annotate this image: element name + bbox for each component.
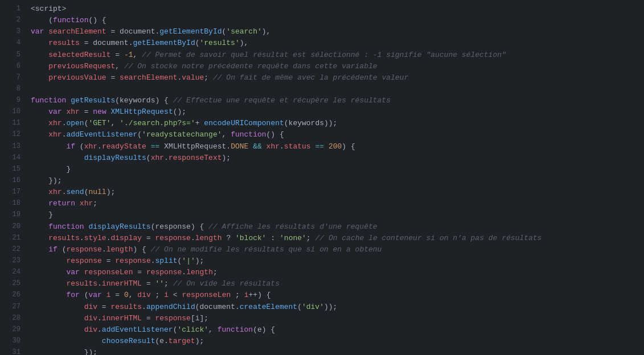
line-content: return xhr; <box>31 198 635 209</box>
line-content: } <box>31 164 635 175</box>
line-number: 23 <box>5 255 20 267</box>
line-content: results = document.getElementById('resul… <box>31 38 635 49</box>
code-line: 29 div.addEventListener('click', functio… <box>0 324 644 336</box>
line-number: 10 <box>5 106 20 118</box>
line-content: }); <box>31 347 635 355</box>
code-line: 10 var xhr = new XMLHttpRequest(); <box>0 106 644 118</box>
code-line: 18 return xhr; <box>0 198 644 209</box>
line-number: 11 <box>5 118 20 129</box>
code-line: 13 if (xhr.readyState == XMLHttpRequest.… <box>0 141 644 152</box>
line-content: (function() { <box>31 15 635 26</box>
line-content: results.style.display = response.length … <box>31 233 635 244</box>
line-content: var xhr = new XMLHttpRequest(); <box>31 106 635 118</box>
line-number: 16 <box>5 175 20 187</box>
line-content: results.innerHTML = ''; // On vide les r… <box>31 278 635 290</box>
line-number: 17 <box>5 187 20 198</box>
line-number: 31 <box>5 347 20 355</box>
line-number: 1 <box>5 3 20 15</box>
code-line: 17 xhr.send(null); <box>0 187 644 198</box>
line-content: selectedResult = -1, // Permet de savoir… <box>31 49 635 61</box>
line-number: 29 <box>5 324 20 336</box>
line-content: var responseLen = response.length; <box>31 267 635 278</box>
line-number: 21 <box>5 233 20 244</box>
line-number: 6 <box>5 61 20 72</box>
code-line: 7 previousValue = searchElement.value; /… <box>0 72 644 84</box>
line-content: function getResults(keywords) { // Effec… <box>31 95 635 106</box>
line-content: } <box>31 209 635 221</box>
line-content: div.addEventListener('click', function(e… <box>31 324 635 336</box>
line-content: if (xhr.readyState == XMLHttpRequest.DON… <box>31 141 635 152</box>
code-line: 22 if (response.length) { // On ne modif… <box>0 244 644 255</box>
code-line: 21 results.style.display = response.leng… <box>0 233 644 244</box>
code-line: 31 }); <box>0 347 644 355</box>
line-number: 15 <box>5 164 20 175</box>
code-line: 26 for (var i = 0, div ; i < responseLen… <box>0 290 644 301</box>
code-line: 28 div.innerHTML = response[i]; <box>0 313 644 324</box>
code-line: 2 (function() { <box>0 15 644 26</box>
line-number: 3 <box>5 26 20 38</box>
line-content: previousValue = searchElement.value; // … <box>31 72 635 84</box>
line-content: var searchElement = document.getElementB… <box>31 26 635 38</box>
code-line: 9function getResults(keywords) { // Effe… <box>0 95 644 106</box>
line-number: 13 <box>5 141 20 152</box>
code-line: 11 xhr.open('GET', './search.php?s='+ en… <box>0 118 644 129</box>
line-content: if (response.length) { // On ne modifie … <box>31 244 635 255</box>
code-line: 5 selectedResult = -1, // Permet de savo… <box>0 49 644 61</box>
line-number: 28 <box>5 313 20 324</box>
code-line: 27 div = results.appendChild(document.cr… <box>0 302 644 313</box>
line-number: 24 <box>5 267 20 278</box>
line-number: 22 <box>5 244 20 255</box>
line-content <box>31 84 635 95</box>
code-line: 20 function displayResults(response) { /… <box>0 221 644 233</box>
line-content: xhr.addEventListener('readystatechange',… <box>31 129 635 141</box>
line-number: 20 <box>5 221 20 233</box>
line-number: 19 <box>5 209 20 221</box>
line-content: response = response.split('|'); <box>31 255 635 267</box>
line-content: <script> <box>31 3 635 15</box>
code-line: 19 } <box>0 209 644 221</box>
line-number: 27 <box>5 302 20 313</box>
code-line: 15 } <box>0 164 644 175</box>
line-number: 7 <box>5 72 20 84</box>
code-line: 25 results.innerHTML = ''; // On vide le… <box>0 278 644 290</box>
code-line: 23 response = response.split('|'); <box>0 255 644 267</box>
line-content: for (var i = 0, div ; i < responseLen ; … <box>31 290 635 301</box>
line-content: xhr.send(null); <box>31 187 635 198</box>
code-line: 8 <box>0 84 644 95</box>
code-line: 4 results = document.getElementById('res… <box>0 38 644 49</box>
code-line: 24 var responseLen = response.length; <box>0 267 644 278</box>
line-content: }); <box>31 175 635 187</box>
line-number: 26 <box>5 290 20 301</box>
line-number: 25 <box>5 278 20 290</box>
line-number: 30 <box>5 336 20 347</box>
line-number: 18 <box>5 198 20 209</box>
code-line: 16 }); <box>0 175 644 187</box>
line-number: 2 <box>5 15 20 26</box>
line-number: 9 <box>5 95 20 106</box>
line-content: function displayResults(response) { // A… <box>31 221 635 233</box>
line-content: div.innerHTML = response[i]; <box>31 313 635 324</box>
line-number: 14 <box>5 152 20 164</box>
line-number: 12 <box>5 129 20 141</box>
line-number: 5 <box>5 49 20 61</box>
code-line: 1<script> <box>0 3 644 15</box>
line-content: displayResults(xhr.responseText); <box>31 152 635 164</box>
code-editor: 1<script>2 (function() {3var searchEleme… <box>0 0 644 355</box>
line-content: div = results.appendChild(document.creat… <box>31 302 635 313</box>
code-line: 14 displayResults(xhr.responseText); <box>0 152 644 164</box>
line-content: chooseResult(e.target); <box>31 336 635 347</box>
line-content: xhr.open('GET', './search.php?s='+ encod… <box>31 118 635 129</box>
line-content: previousRequest, // On stocke notre préc… <box>31 61 635 72</box>
line-number: 4 <box>5 38 20 49</box>
line-number: 8 <box>5 84 20 95</box>
code-line: 3var searchElement = document.getElement… <box>0 26 644 38</box>
code-line: 6 previousRequest, // On stocke notre pr… <box>0 61 644 72</box>
code-line: 12 xhr.addEventListener('readystatechang… <box>0 129 644 141</box>
code-line: 30 chooseResult(e.target); <box>0 336 644 347</box>
